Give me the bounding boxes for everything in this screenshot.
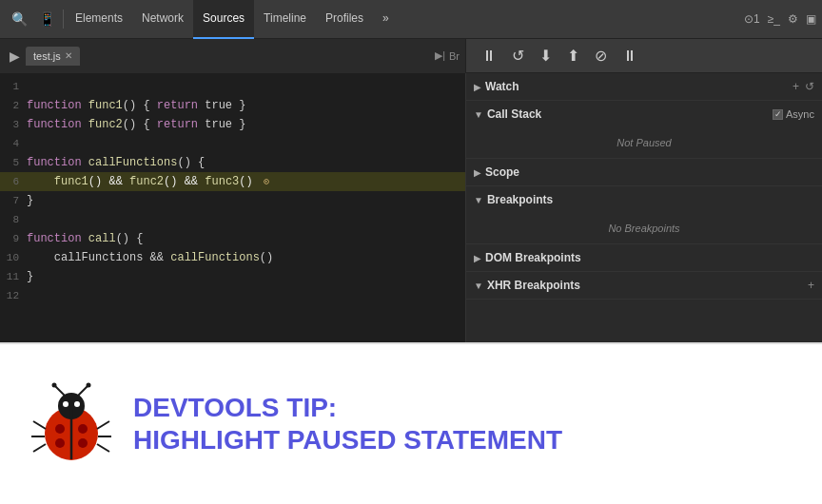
svg-line-9 — [78, 386, 88, 396]
code-line-3: 3 function func2() { return true } — [0, 115, 465, 134]
watch-actions: + ↺ — [793, 80, 814, 93]
code-lines: 1 2 function func1() { return true } 3 f… — [0, 73, 465, 309]
watch-arrow-icon: ▶ — [474, 82, 481, 92]
scope-label: Scope — [485, 165, 519, 179]
xhr-breakpoints-actions: + — [808, 279, 814, 292]
breakpoints-section: ▼ Breakpoints No Breakpoints — [466, 186, 822, 244]
nav-toolbar: 🔍 📱 Elements Network Sources Timeline Pr… — [0, 0, 822, 39]
call-stack-section: ▼ Call Stack ✓ Async Not Paused — [466, 101, 822, 159]
code-line-4: 4 — [0, 134, 465, 153]
call-stack-actions: ✓ Async — [773, 108, 814, 120]
tip-text: DevTools Tip: Highlight Paused Statement — [133, 392, 562, 456]
step-over-button[interactable]: ↺ — [508, 45, 528, 67]
svg-line-13 — [33, 421, 46, 429]
debug-controls: ⏸ ↺ ⬇ ⬆ ⊘ ⏸ — [466, 39, 653, 73]
code-line-5: 5 function callFunctions() { — [0, 153, 465, 172]
svg-point-10 — [87, 383, 91, 388]
code-line-9: 9 function call() { — [0, 229, 465, 248]
watch-header[interactable]: ▶ Watch + ↺ — [466, 73, 822, 100]
xhr-add-button[interactable]: + — [808, 279, 814, 292]
deactivate-button[interactable]: ⊘ — [591, 45, 611, 67]
code-line-10: 10 callFunctions && callFunctions() — [0, 248, 465, 267]
run-button[interactable]: ▶ — [4, 48, 26, 64]
call-stack-body: Not Paused — [466, 127, 822, 158]
right-panel: ▶ Watch + ↺ ▼ Call Stack ✓ Async — [466, 73, 822, 342]
thread-indicator[interactable]: ⊙1 — [744, 12, 760, 26]
scope-section: ▶ Scope — [466, 159, 822, 186]
code-line-8: 8 — [0, 210, 465, 229]
code-editor[interactable]: 1 2 function func1() { return true } 3 f… — [0, 73, 466, 342]
breakpoints-arrow-icon: ▼ — [474, 195, 483, 205]
watch-section: ▶ Watch + ↺ — [466, 73, 822, 101]
file-tab-icons: ▶| Br — [429, 49, 465, 62]
dom-breakpoints-header[interactable]: ▶ DOM Breakpoints — [466, 244, 822, 271]
step-into-button[interactable]: ⬇ — [536, 45, 556, 67]
code-line-2: 2 function func1() { return true } — [0, 96, 465, 115]
svg-line-15 — [33, 444, 46, 452]
toolbar-right: ⊙1 ≥_ ⚙ ▣ — [744, 12, 816, 26]
code-line-11: 11 } — [0, 267, 465, 286]
breakpoints-header[interactable]: ▼ Breakpoints — [466, 186, 822, 213]
svg-point-6 — [78, 438, 88, 448]
editor-panel-container: 1 2 function func1() { return true } 3 f… — [0, 73, 822, 342]
call-stack-label: Call Stack — [487, 107, 541, 121]
svg-point-8 — [52, 383, 57, 388]
watch-refresh-button[interactable]: ↺ — [805, 80, 814, 93]
code-line-6: 6 func1() && func2() && func3() ⊙ — [0, 172, 465, 191]
call-stack-status: Not Paused — [466, 131, 822, 154]
file-tab-test-js[interactable]: test.js ✕ — [26, 47, 80, 66]
async-checkbox[interactable]: ✓ — [773, 109, 783, 120]
ladybug-icon — [29, 381, 114, 467]
tab-more[interactable]: » — [373, 0, 399, 39]
svg-point-5 — [55, 438, 65, 448]
play-icon[interactable]: ▶| — [435, 49, 445, 62]
xhr-breakpoints-label: XHR Breakpoints — [487, 279, 580, 292]
tab-network[interactable]: Network — [132, 0, 193, 39]
search-icon[interactable]: 🔍 — [6, 11, 33, 27]
dom-breakpoints-label: DOM Breakpoints — [485, 251, 581, 264]
display-button[interactable]: ▣ — [806, 12, 816, 26]
separator — [63, 10, 64, 29]
debug-bar: ▶ test.js ✕ ▶| Br ⏸ ↺ ⬇ ⬆ ⊘ ⏸ — [0, 39, 822, 73]
devtools-panel: 🔍 📱 Elements Network Sources Timeline Pr… — [0, 0, 822, 342]
close-tab-icon[interactable]: ✕ — [65, 50, 72, 61]
watch-label: Watch — [485, 80, 519, 93]
call-stack-arrow-icon: ▼ — [474, 109, 483, 120]
code-line-1: 1 — [0, 77, 465, 96]
tab-timeline[interactable]: Timeline — [254, 0, 316, 39]
file-tab-area: ▶ test.js ✕ ▶| Br — [0, 39, 466, 73]
breakpoints-label: Breakpoints — [487, 193, 553, 206]
xhr-breakpoints-arrow-icon: ▼ — [474, 281, 483, 291]
break-icon[interactable]: Br — [449, 50, 460, 62]
xhr-breakpoints-section: ▼ XHR Breakpoints + — [466, 272, 822, 300]
pause-on-exception-button[interactable]: ⏸ — [618, 46, 641, 67]
code-line-12: 12 — [0, 286, 465, 305]
tab-profiles[interactable]: Profiles — [316, 0, 373, 39]
watch-add-button[interactable]: + — [793, 80, 799, 93]
svg-point-3 — [55, 424, 65, 434]
svg-line-16 — [97, 421, 109, 429]
dom-breakpoints-arrow-icon: ▶ — [474, 253, 481, 263]
console-button[interactable]: ≥_ — [768, 12, 780, 26]
settings-button[interactable]: ⚙ — [788, 12, 798, 26]
code-line-7: 7 } — [0, 191, 465, 210]
call-stack-header[interactable]: ▼ Call Stack ✓ Async — [466, 101, 822, 127]
tab-elements[interactable]: Elements — [66, 0, 132, 39]
svg-point-11 — [63, 401, 68, 407]
breakpoints-body: No Breakpoints — [466, 213, 822, 243]
device-icon[interactable]: 📱 — [33, 11, 61, 27]
step-out-button[interactable]: ⬆ — [563, 45, 583, 67]
svg-point-12 — [74, 401, 80, 407]
svg-point-4 — [78, 424, 88, 434]
async-label: ✓ Async — [773, 108, 814, 120]
scope-arrow-icon: ▶ — [474, 167, 481, 178]
breakpoints-status: No Breakpoints — [466, 217, 822, 240]
pause-button[interactable]: ⏸ — [478, 46, 500, 67]
tab-sources[interactable]: Sources — [193, 0, 254, 39]
dom-breakpoints-section: ▶ DOM Breakpoints — [466, 244, 822, 272]
tip-section: DevTools Tip: Highlight Paused Statement — [0, 342, 822, 504]
svg-line-7 — [55, 386, 65, 396]
scope-header[interactable]: ▶ Scope — [466, 159, 822, 185]
xhr-breakpoints-header[interactable]: ▼ XHR Breakpoints + — [466, 272, 822, 299]
tip-title-line2: Highlight Paused Statement — [133, 424, 562, 456]
